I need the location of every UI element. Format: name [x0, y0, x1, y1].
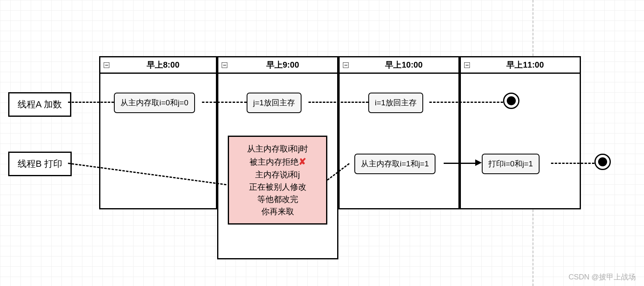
thread-a-text: 线程A 加数: [18, 99, 62, 109]
column-3-header: − 早上10:00: [340, 57, 458, 74]
note-line-2a: 被主内存拒绝: [249, 157, 299, 166]
node-a1-text: 从主内存取i=0和j=0: [120, 98, 188, 107]
node-a2-text: j=1放回主存: [253, 98, 295, 107]
note-line-5: 等他都改完: [235, 193, 320, 205]
dash-a0: [68, 102, 114, 103]
note-b2: 从主内存取i和j时 被主内存拒绝✘ 主内存说i和j 正在被别人修改 等他都改完 …: [228, 136, 327, 225]
thread-b-label: 线程B 打印: [8, 152, 72, 176]
arrow-head-b2: [475, 159, 482, 166]
node-b3-text: 从主内存取i=1和j=1: [361, 159, 429, 168]
note-line-2: 被主内存拒绝✘: [235, 155, 320, 168]
note-line-4: 正在被别人修改: [235, 181, 320, 193]
end-dot-a: [503, 93, 519, 109]
column-4-header: − 早上11:00: [461, 57, 580, 74]
node-a3-text: i=1放回主存: [375, 98, 417, 107]
collapse-icon[interactable]: −: [464, 62, 470, 68]
column-3: − 早上10:00: [338, 56, 460, 209]
node-a3: i=1放回主存: [368, 93, 423, 113]
thread-a-label: 线程A 加数: [8, 92, 71, 117]
column-1-header: − 早上8:00: [100, 57, 216, 74]
dash-b3: [551, 163, 594, 164]
collapse-icon[interactable]: −: [104, 62, 109, 68]
column-3-title: 早上10:00: [353, 59, 455, 70]
collapse-icon[interactable]: −: [343, 62, 349, 68]
column-2-title: 早上9:00: [231, 59, 334, 70]
arrow-b2: [444, 163, 476, 164]
note-line-1: 从主内存取i和j时: [235, 143, 320, 155]
dash-a2: [308, 102, 368, 103]
node-b4-text: 打印i=0和j=1: [488, 159, 533, 168]
watermark-text: CSDN @披甲上战场: [569, 273, 636, 281]
collapse-icon[interactable]: −: [222, 62, 227, 68]
column-1-title: 早上8:00: [113, 59, 213, 70]
column-4: − 早上11:00: [460, 56, 581, 209]
note-line-3: 主内存说i和j: [235, 168, 320, 181]
node-a1: 从主内存取i=0和j=0: [114, 93, 195, 113]
x-icon: ✘: [299, 157, 306, 167]
node-b3: 从主内存取i=1和j=1: [354, 154, 435, 174]
node-a2: j=1放回主存: [247, 93, 302, 113]
note-line-6: 你再来取: [235, 205, 320, 218]
column-2-header: − 早上9:00: [218, 57, 337, 74]
dash-a3: [429, 102, 503, 103]
thread-b-text: 线程B 打印: [18, 159, 62, 169]
node-b4: 打印i=0和j=1: [482, 154, 540, 174]
end-dot-b: [594, 154, 611, 170]
dash-a1: [202, 102, 247, 103]
watermark: CSDN @披甲上战场: [569, 272, 636, 282]
column-1: − 早上8:00: [99, 56, 217, 209]
column-4-title: 早上11:00: [474, 59, 576, 70]
